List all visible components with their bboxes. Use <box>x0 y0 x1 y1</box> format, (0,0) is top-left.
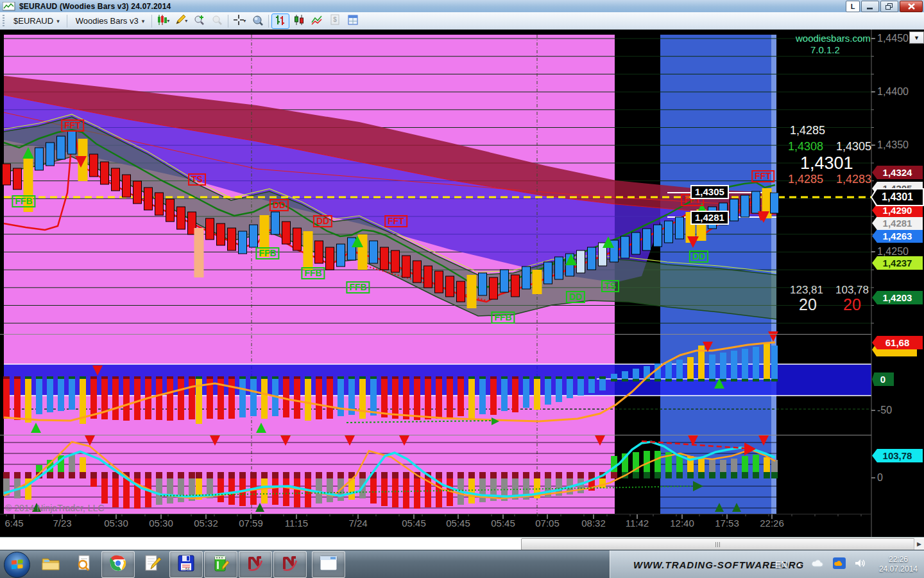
show-hidden-icons-icon[interactable]: ▲ <box>796 561 802 568</box>
screen: $EURAUD (Woodies Bars v3) 24.07.2014 L $… <box>0 0 924 578</box>
panel-grid-icon <box>347 14 359 28</box>
explorer-taskbar-button[interactable] <box>35 552 67 577</box>
toolbar-separator <box>268 15 269 28</box>
svg-text:—64·: —64· <box>182 567 191 571</box>
window-icon <box>319 555 338 574</box>
volume-icon[interactable] <box>855 558 866 571</box>
search-icon <box>75 554 93 575</box>
chart-app-icon <box>3 2 15 11</box>
instrument-dropdown[interactable]: $EURAUD ▾ <box>7 15 65 27</box>
l-button[interactable]: L <box>846 1 860 12</box>
zoom-out-icon <box>211 14 223 28</box>
floppy-icon: —64· <box>177 554 195 575</box>
horizontal-scrollbar[interactable]: ▶ <box>0 537 924 550</box>
close-button[interactable] <box>900 1 923 12</box>
notepad-icon <box>143 554 161 575</box>
chevron-down-icon: ▾ <box>185 18 187 24</box>
taskbar-clock[interactable]: 22:26 24.07.2014 <box>875 550 921 578</box>
toolbar: $EURAUD ▾ Woodies Bars v3 ▾ ▾▾▾$ <box>0 12 924 30</box>
ninjatrader-icon <box>246 554 264 575</box>
chevron-down-icon: ▾ <box>243 18 246 24</box>
restore-button[interactable] <box>880 1 898 12</box>
explorer-icon <box>41 555 60 574</box>
zoom-in-button[interactable] <box>191 14 207 28</box>
language-indicator[interactable]: EN <box>775 559 787 570</box>
ninjatrader-taskbar-button[interactable] <box>239 551 272 578</box>
crosshair-button[interactable]: ▾ <box>231 14 248 28</box>
clock-date: 24.07.2014 <box>879 565 918 574</box>
chevron-down-icon: ▾ <box>56 18 60 24</box>
start-button[interactable] <box>4 552 30 578</box>
data-box-button[interactable] <box>249 14 266 28</box>
toolbar-separator <box>67 15 67 28</box>
notepad-taskbar-button[interactable] <box>136 552 168 577</box>
titlebar[interactable]: $EURAUD (Woodies Bars v3) 24.07.2014 L <box>0 0 924 13</box>
chart-type-bars-button[interactable] <box>271 13 289 29</box>
bar-style-button[interactable]: ▾ <box>155 14 171 28</box>
chart-type-bars-icon <box>275 14 286 28</box>
template-dropdown[interactable]: Woodies Bars v3 ▾ <box>69 15 150 27</box>
chart-canvas[interactable] <box>0 30 924 537</box>
zoom-out-button <box>209 14 225 28</box>
scrollbar-right-arrow[interactable]: ▶ <box>914 538 924 550</box>
chart-type-candles-button[interactable] <box>291 14 307 28</box>
chrome-taskbar-button[interactable] <box>101 551 135 578</box>
panel-grid-button[interactable] <box>345 14 361 28</box>
dollar-icon: $ <box>329 14 341 28</box>
minimize-button[interactable] <box>861 1 879 12</box>
scrollbar-thumb[interactable] <box>521 538 915 550</box>
window-taskbar-button[interactable] <box>312 551 345 578</box>
window-title: $EURAUD (Woodies Bars v3) 24.07.2014 <box>19 2 171 11</box>
dollar-button: $ <box>327 14 343 28</box>
weather-icon[interactable] <box>833 557 846 572</box>
toolbar-separator <box>151 15 152 28</box>
chevron-down-icon: ▾ <box>142 18 145 24</box>
zoom-in-icon <box>193 14 205 28</box>
notebook-taskbar-button[interactable] <box>204 551 237 578</box>
scrollbar-grip[interactable] <box>715 542 721 547</box>
clock-time: 22:26 <box>889 555 908 565</box>
taskbar: —64· WWW.TRADING-SOFTWARE.ORG EN ▲ 22:26… <box>0 550 924 578</box>
pencil-button[interactable]: ▾ <box>173 14 189 28</box>
toolbar-grip[interactable] <box>3 15 4 28</box>
data-box-icon <box>252 14 263 28</box>
toolbar-separator <box>228 15 228 28</box>
floppy-taskbar-button[interactable]: —64· <box>169 551 203 578</box>
chevron-down-icon: ▾ <box>167 18 169 24</box>
instrument-label: $EURAUD <box>13 16 53 26</box>
chart-type-line-icon <box>311 14 323 28</box>
ninjatrader2-taskbar-button[interactable] <box>273 551 307 578</box>
search-taskbar-button[interactable] <box>68 552 100 577</box>
chart-type-candles-icon <box>293 14 305 28</box>
ninjatrader2-icon <box>281 554 299 575</box>
chart-type-line-button[interactable] <box>309 14 325 28</box>
svg-text:$: $ <box>333 16 337 23</box>
notebook-icon <box>212 554 230 575</box>
template-label: Woodies Bars v3 <box>76 16 139 26</box>
cloud-icon[interactable] <box>811 559 824 570</box>
chrome-icon <box>109 554 127 575</box>
